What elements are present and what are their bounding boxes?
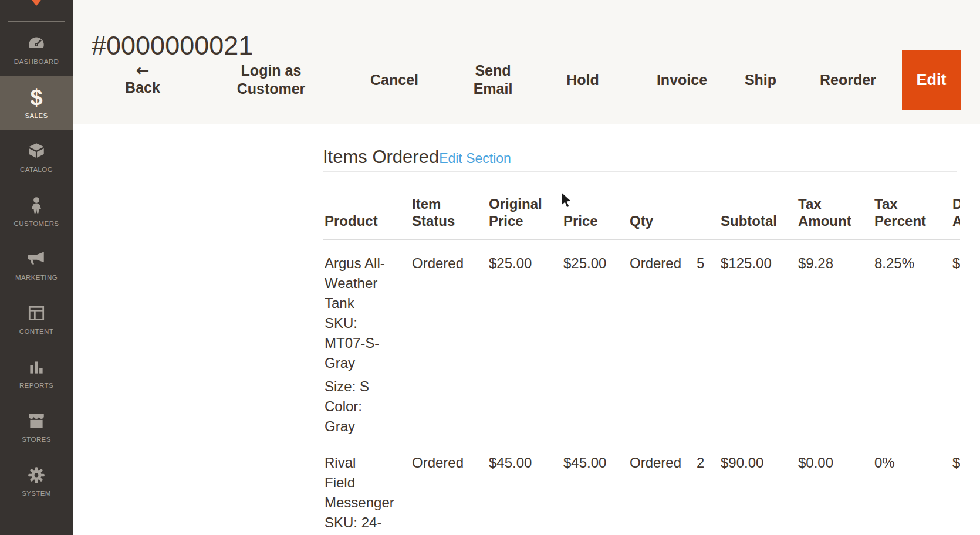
product-cell: Argus All-Weather Tank SKU: MT07-S-Gray … [323,240,410,439]
col-tax-percent: Tax Percent [873,172,951,240]
page-content: Items OrderedEdit Section Product Item S… [73,124,980,535]
col-item-status: Item Status [410,172,487,240]
box-icon [26,141,46,162]
product-sku: SKU: 24-MB06 [325,513,388,535]
sidebar-item-customers[interactable]: CUSTOMERS [0,184,73,238]
back-button[interactable]: ← Back [125,63,160,97]
gear-icon [26,465,46,486]
page-header: #0000000021 ← Back Login as Customer Can… [73,0,980,124]
col-original-price: Original Price [487,172,562,240]
sidebar-item-content[interactable]: CONTENT [0,292,73,346]
storefront-icon [26,411,46,432]
sidebar-item-label: CATALOG [20,166,53,173]
discount-amount-cell: $ [951,240,960,439]
product-name: Rival Field Messenger [325,453,388,513]
ship-button[interactable]: Ship [745,71,776,89]
item-status-cell: Ordered [410,240,487,439]
subtotal-cell: $125.00 [719,240,796,439]
qty-cell: Ordered5 [628,240,719,439]
tax-amount-cell: $9.28 [796,240,873,439]
send-email-button[interactable]: Send Email [461,62,525,98]
product-option: Size: S [325,377,388,397]
sidebar-item-label: DASHBOARD [14,58,59,65]
sidebar-item-reports[interactable]: REPORTS [0,346,73,399]
sidebar-item-label: SYSTEM [22,490,51,497]
login-as-customer-button[interactable]: Login as Customer [224,62,318,98]
qty-status-label: Ordered [630,455,681,470]
sidebar-item-label: CONTENT [19,328,53,335]
speedometer-icon [26,33,46,54]
admin-sidebar: DASHBOARD $ SALES CATALOG CUSTOMERS MARK… [0,0,73,535]
sidebar-item-marketing[interactable]: MARKETING [0,238,73,292]
product-option: Color: Gray [325,397,388,436]
qty-value: 5 [697,255,704,271]
order-number-title: #0000000021 [92,31,253,61]
bar-chart-icon [26,357,46,378]
layout-icon [26,303,46,324]
sidebar-item-catalog[interactable]: CATALOG [0,130,73,184]
price-cell: $45.00 [562,439,628,535]
original-price-cell: $25.00 [487,240,562,439]
sidebar-item-label: STORES [22,436,50,443]
magento-logo[interactable] [8,0,65,22]
sidebar-item-label: SALES [25,112,48,119]
qty-value: 2 [697,455,704,470]
items-ordered-table: Product Item Status Original Price Price… [323,172,960,535]
megaphone-icon [26,249,46,270]
invoice-button[interactable]: Invoice [657,71,707,89]
table-row: Argus All-Weather Tank SKU: MT07-S-Gray … [323,240,960,439]
col-product: Product [323,172,410,240]
reorder-button[interactable]: Reorder [820,71,876,89]
edit-button[interactable]: Edit [902,50,961,110]
sidebar-item-label: MARKETING [15,274,58,281]
tax-amount-cell: $0.00 [796,439,873,535]
items-ordered-section: Items OrderedEdit Section Product Item S… [323,124,960,535]
subtotal-cell: $90.00 [719,439,796,535]
qty-cell: Ordered2 [628,439,719,535]
sidebar-item-label: REPORTS [19,382,53,389]
back-arrow-icon: ← [136,63,150,78]
section-header: Items OrderedEdit Section [323,147,957,172]
sidebar-item-dashboard[interactable]: DASHBOARD [0,22,73,76]
discount-amount-cell: $ [951,439,960,535]
tax-percent-cell: 0% [873,439,951,535]
edit-section-link[interactable]: Edit Section [439,151,511,167]
col-price: Price [562,172,628,240]
product-cell: Rival Field Messenger SKU: 24-MB06 [323,439,410,535]
sidebar-item-sales[interactable]: $ SALES [0,76,73,130]
sidebar-item-label: CUSTOMERS [14,220,59,227]
col-tax-amount: Tax Amount [796,172,873,240]
product-sku: SKU: MT07-S-Gray [325,313,388,373]
magento-logo-icon [28,0,45,14]
col-qty: Qty [628,172,719,240]
product-name: Argus All-Weather Tank [325,253,388,313]
section-title: Items Ordered [323,147,439,168]
price-cell: $25.00 [562,240,628,439]
original-price-cell: $45.00 [487,439,562,535]
table-row: Rival Field Messenger SKU: 24-MB06 Order… [323,439,960,535]
dollar-icon: $ [30,87,42,108]
qty-status-label: Ordered [630,255,681,271]
col-discount-amount: Discount Amount [951,172,960,240]
person-icon [26,195,46,216]
sidebar-item-system[interactable]: SYSTEM [0,453,73,507]
table-header-row: Product Item Status Original Price Price… [323,172,960,240]
items-table-wrapper: Product Item Status Original Price Price… [323,172,960,535]
tax-percent-cell: 8.25% [873,240,951,439]
item-status-cell: Ordered [410,439,487,535]
cancel-button[interactable]: Cancel [370,71,418,89]
back-button-label: Back [125,79,160,97]
product-options: Size: S Color: Gray [325,377,388,436]
hold-button[interactable]: Hold [566,71,599,89]
main-area: #0000000021 ← Back Login as Customer Can… [73,0,980,535]
col-subtotal: Subtotal [719,172,796,240]
sidebar-item-stores[interactable]: STORES [0,399,73,453]
